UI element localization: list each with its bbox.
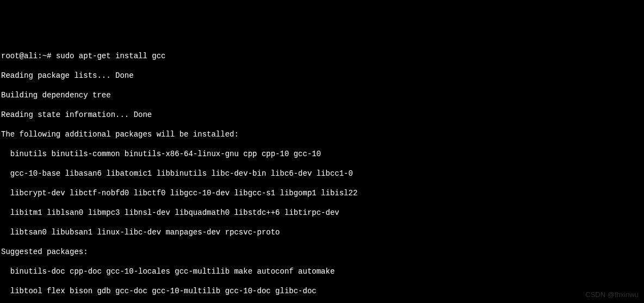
output-line: libcrypt-dev libctf-nobfd0 libctf0 libgc… [1, 188, 643, 198]
output-line: libtsan0 libubsan1 linux-libc-dev manpag… [1, 227, 643, 237]
command-input[interactable]: sudo apt-get install gcc [56, 52, 166, 60]
output-line: libitm1 liblsan0 libmpc3 libnsl-dev libq… [1, 208, 643, 218]
output-line: Building dependency tree [1, 90, 643, 100]
output-line: libtool flex bison gdb gcc-doc gcc-10-mu… [1, 286, 643, 296]
output-line: Suggested packages: [1, 247, 643, 257]
output-line: The following additional packages will b… [1, 129, 643, 139]
watermark: CSDN @fhxinwu [585, 290, 639, 300]
output-line: binutils-doc cpp-doc gcc-10-locales gcc-… [1, 267, 643, 276]
prompt-separator: # [47, 52, 51, 60]
output-line: Reading package lists... Done [1, 71, 643, 81]
prompt-line[interactable]: root@ali:~# sudo apt-get install gcc [1, 51, 643, 61]
prompt-path: ~ [42, 52, 47, 60]
output-line: binutils binutils-common binutils-x86-64… [1, 149, 643, 159]
prompt-user-host: root@ali [1, 52, 38, 60]
terminal-output: root@ali:~# sudo apt-get install gcc Rea… [1, 41, 643, 303]
output-line: gcc-10-base libasan6 libatomic1 libbinut… [1, 169, 643, 178]
output-line: Reading state information... Done [1, 110, 643, 120]
